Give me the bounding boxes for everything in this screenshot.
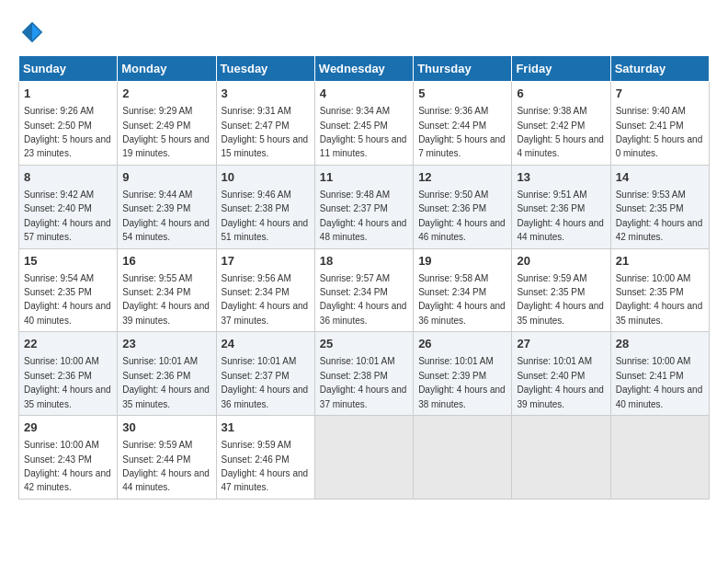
day-number: 31 — [222, 419, 310, 436]
calendar-cell: 13 Sunrise: 9:51 AMSunset: 2:36 PMDaylig… — [512, 165, 610, 248]
calendar-cell — [512, 416, 610, 500]
calendar-cell: 16 Sunrise: 9:55 AMSunset: 2:34 PMDaylig… — [118, 248, 216, 332]
day-number: 29 — [24, 419, 112, 436]
day-number: 17 — [222, 253, 310, 270]
day-number: 5 — [418, 86, 506, 102]
day-info: Sunrise: 9:26 AMSunset: 2:50 PMDaylight:… — [24, 106, 111, 158]
calendar-cell: 10 Sunrise: 9:46 AMSunset: 2:38 PMDaylig… — [216, 165, 314, 248]
day-number: 1 — [24, 86, 112, 102]
day-number: 4 — [320, 86, 408, 102]
day-number: 15 — [24, 253, 112, 270]
weekday-header: Thursday — [414, 56, 512, 82]
day-number: 16 — [122, 253, 210, 270]
day-info: Sunrise: 10:01 AMSunset: 2:38 PMDaylight… — [320, 356, 407, 408]
calendar-cell: 12 Sunrise: 9:50 AMSunset: 2:36 PMDaylig… — [414, 165, 512, 248]
logo — [18, 18, 50, 46]
calendar-cell — [314, 416, 413, 500]
day-number: 10 — [222, 169, 310, 186]
calendar-cell — [414, 416, 512, 500]
calendar-week-row: 1 Sunrise: 9:26 AMSunset: 2:50 PMDayligh… — [19, 82, 710, 166]
calendar-cell: 31 Sunrise: 9:59 AMSunset: 2:46 PMDaylig… — [216, 416, 314, 500]
day-info: Sunrise: 10:00 AMSunset: 2:36 PMDaylight… — [24, 356, 111, 408]
calendar-cell: 14 Sunrise: 9:53 AMSunset: 2:35 PMDaylig… — [610, 165, 709, 248]
calendar-cell: 23 Sunrise: 10:01 AMSunset: 2:36 PMDayli… — [118, 332, 216, 416]
weekday-header: Friday — [512, 56, 610, 82]
day-info: Sunrise: 10:01 AMSunset: 2:40 PMDaylight… — [517, 356, 604, 408]
day-info: Sunrise: 9:59 AMSunset: 2:46 PMDaylight:… — [222, 440, 309, 492]
day-number: 24 — [222, 336, 310, 352]
calendar-cell: 27 Sunrise: 10:01 AMSunset: 2:40 PMDayli… — [512, 332, 610, 416]
calendar-cell: 1 Sunrise: 9:26 AMSunset: 2:50 PMDayligh… — [19, 82, 118, 166]
calendar-cell: 3 Sunrise: 9:31 AMSunset: 2:47 PMDayligh… — [216, 82, 314, 166]
day-info: Sunrise: 9:42 AMSunset: 2:40 PMDaylight:… — [24, 190, 111, 242]
day-number: 11 — [320, 169, 408, 186]
day-number: 14 — [616, 169, 704, 186]
day-info: Sunrise: 9:38 AMSunset: 2:42 PMDaylight:… — [517, 106, 604, 158]
calendar-cell: 30 Sunrise: 9:59 AMSunset: 2:44 PMDaylig… — [118, 416, 216, 500]
day-info: Sunrise: 10:00 AMSunset: 2:41 PMDaylight… — [616, 356, 703, 408]
calendar-cell: 18 Sunrise: 9:57 AMSunset: 2:34 PMDaylig… — [314, 248, 413, 332]
day-info: Sunrise: 9:55 AMSunset: 2:34 PMDaylight:… — [122, 273, 210, 326]
day-info: Sunrise: 9:29 AMSunset: 2:49 PMDaylight:… — [122, 106, 210, 158]
day-number: 3 — [222, 86, 310, 102]
day-info: Sunrise: 9:57 AMSunset: 2:34 PMDaylight:… — [320, 273, 407, 326]
calendar-week-row: 8 Sunrise: 9:42 AMSunset: 2:40 PMDayligh… — [19, 165, 710, 248]
day-number: 28 — [616, 336, 704, 352]
day-info: Sunrise: 9:58 AMSunset: 2:34 PMDaylight:… — [418, 273, 506, 326]
day-number: 6 — [517, 86, 605, 102]
day-number: 8 — [24, 169, 112, 186]
calendar-cell: 2 Sunrise: 9:29 AMSunset: 2:49 PMDayligh… — [118, 82, 216, 166]
day-number: 30 — [122, 419, 210, 436]
calendar-cell: 6 Sunrise: 9:38 AMSunset: 2:42 PMDayligh… — [512, 82, 610, 166]
day-info: Sunrise: 9:56 AMSunset: 2:34 PMDaylight:… — [222, 273, 309, 326]
calendar-cell: 15 Sunrise: 9:54 AMSunset: 2:35 PMDaylig… — [19, 248, 118, 332]
calendar-week-row: 15 Sunrise: 9:54 AMSunset: 2:35 PMDaylig… — [19, 248, 710, 332]
calendar-cell: 21 Sunrise: 10:00 AMSunset: 2:35 PMDayli… — [610, 248, 709, 332]
day-info: Sunrise: 9:44 AMSunset: 2:39 PMDaylight:… — [122, 190, 210, 242]
calendar-table: SundayMondayTuesdayWednesdayThursdayFrid… — [18, 55, 710, 500]
day-number: 20 — [517, 253, 605, 270]
calendar-cell — [610, 416, 709, 500]
day-info: Sunrise: 9:50 AMSunset: 2:36 PMDaylight:… — [418, 190, 506, 242]
day-info: Sunrise: 10:01 AMSunset: 2:36 PMDaylight… — [122, 356, 210, 408]
day-number: 27 — [517, 336, 605, 352]
calendar-cell: 29 Sunrise: 10:00 AMSunset: 2:43 PMDayli… — [19, 416, 118, 500]
weekday-header: Sunday — [19, 56, 118, 82]
day-number: 21 — [616, 253, 704, 270]
weekday-header: Saturday — [610, 56, 709, 82]
calendar-cell: 20 Sunrise: 9:59 AMSunset: 2:35 PMDaylig… — [512, 248, 610, 332]
page-header — [18, 18, 710, 46]
day-info: Sunrise: 10:00 AMSunset: 2:35 PMDaylight… — [616, 273, 703, 326]
calendar-cell: 9 Sunrise: 9:44 AMSunset: 2:39 PMDayligh… — [118, 165, 216, 248]
calendar-cell: 8 Sunrise: 9:42 AMSunset: 2:40 PMDayligh… — [19, 165, 118, 248]
calendar-cell: 11 Sunrise: 9:48 AMSunset: 2:37 PMDaylig… — [314, 165, 413, 248]
weekday-header: Tuesday — [216, 56, 314, 82]
weekday-header: Monday — [118, 56, 216, 82]
calendar-cell: 7 Sunrise: 9:40 AMSunset: 2:41 PMDayligh… — [610, 82, 709, 166]
day-number: 26 — [418, 336, 506, 352]
day-number: 7 — [616, 86, 704, 102]
day-info: Sunrise: 9:34 AMSunset: 2:45 PMDaylight:… — [320, 106, 407, 158]
day-info: Sunrise: 9:53 AMSunset: 2:35 PMDaylight:… — [616, 190, 703, 242]
day-info: Sunrise: 9:40 AMSunset: 2:41 PMDaylight:… — [616, 106, 703, 158]
day-info: Sunrise: 9:59 AMSunset: 2:35 PMDaylight:… — [517, 273, 604, 326]
calendar-cell: 24 Sunrise: 10:01 AMSunset: 2:37 PMDayli… — [216, 332, 314, 416]
day-number: 9 — [122, 169, 210, 186]
calendar-cell: 25 Sunrise: 10:01 AMSunset: 2:38 PMDayli… — [314, 332, 413, 416]
logo-icon — [18, 18, 46, 46]
day-info: Sunrise: 10:01 AMSunset: 2:39 PMDaylight… — [418, 356, 506, 408]
calendar-cell: 26 Sunrise: 10:01 AMSunset: 2:39 PMDayli… — [414, 332, 512, 416]
calendar-cell: 28 Sunrise: 10:00 AMSunset: 2:41 PMDayli… — [610, 332, 709, 416]
day-number: 22 — [24, 336, 112, 352]
day-number: 13 — [517, 169, 605, 186]
calendar-cell: 19 Sunrise: 9:58 AMSunset: 2:34 PMDaylig… — [414, 248, 512, 332]
day-info: Sunrise: 10:00 AMSunset: 2:43 PMDaylight… — [24, 440, 111, 492]
day-number: 19 — [418, 253, 506, 270]
day-info: Sunrise: 9:54 AMSunset: 2:35 PMDaylight:… — [24, 273, 111, 326]
day-info: Sunrise: 10:01 AMSunset: 2:37 PMDaylight… — [222, 356, 309, 408]
day-number: 25 — [320, 336, 408, 352]
calendar-cell: 4 Sunrise: 9:34 AMSunset: 2:45 PMDayligh… — [314, 82, 413, 166]
weekday-header: Wednesday — [314, 56, 413, 82]
calendar-cell: 5 Sunrise: 9:36 AMSunset: 2:44 PMDayligh… — [414, 82, 512, 166]
day-number: 2 — [122, 86, 210, 102]
